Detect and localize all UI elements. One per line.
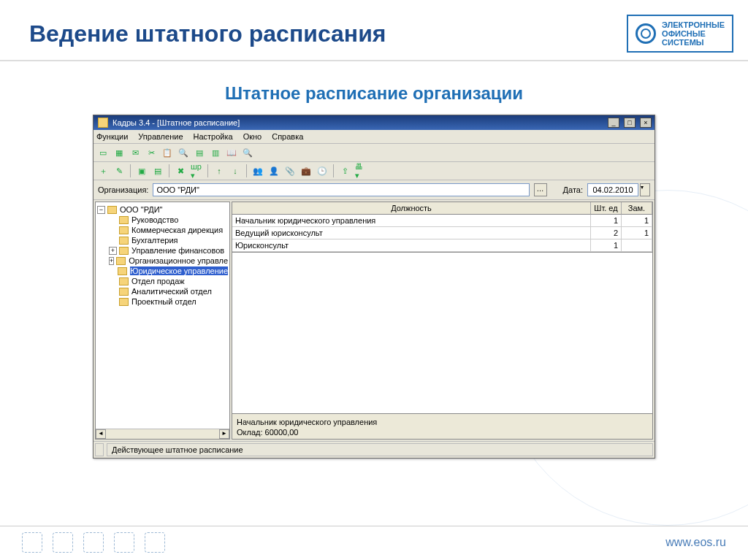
cell-units: 2 bbox=[591, 227, 622, 239]
folder-icon bbox=[107, 206, 117, 214]
slide-title: Ведение штатного расписания bbox=[29, 20, 386, 47]
date-input[interactable] bbox=[587, 183, 638, 196]
tree-scrollbar[interactable]: ◄ ► bbox=[96, 429, 229, 439]
scroll-left-icon[interactable]: ◄ bbox=[96, 429, 106, 439]
tb2-down-icon[interactable]: ↓ bbox=[229, 164, 242, 177]
tb-icon-10[interactable]: 🔍 bbox=[241, 146, 254, 159]
tree-toggle-icon[interactable]: + bbox=[109, 247, 117, 255]
app-window: Кадры 3.4 - [Штатное расписание] _ □ × Ф… bbox=[93, 115, 655, 459]
folder-icon bbox=[119, 277, 129, 285]
tree-pane: −ООО "РДИ"РуководствоКоммерческая дирекц… bbox=[95, 202, 230, 440]
cell-position: Начальник юридического управления bbox=[232, 215, 591, 227]
tree-toggle-icon[interactable]: − bbox=[97, 206, 105, 214]
cell-units: 1 bbox=[591, 239, 622, 252]
col-header-position[interactable]: Должность bbox=[232, 202, 591, 215]
tree-node[interactable]: Организационное управле bbox=[129, 256, 228, 265]
tb2-export-icon[interactable]: ⇪ bbox=[338, 164, 351, 177]
tb2-icon-4[interactable]: ▤ bbox=[151, 164, 164, 177]
status-text: Действующее штатное расписание bbox=[107, 443, 653, 456]
org-input[interactable] bbox=[153, 183, 529, 196]
tb2-add-icon[interactable]: ＋ bbox=[96, 164, 110, 177]
tree-root[interactable]: ООО "РДИ" bbox=[120, 205, 163, 214]
menu-functions[interactable]: Функции bbox=[96, 132, 128, 141]
close-button[interactable]: × bbox=[640, 118, 652, 128]
tree-node[interactable]: Отдел продаж bbox=[131, 277, 185, 285]
tree-toggle-icon[interactable]: + bbox=[109, 257, 114, 265]
tb2-delete-icon[interactable]: ✖ bbox=[174, 164, 187, 177]
tb2-icon-3[interactable]: ▣ bbox=[135, 164, 148, 177]
tree-node[interactable]: Проектный отдел bbox=[131, 297, 196, 306]
tb-icon-7[interactable]: ▤ bbox=[193, 146, 206, 159]
folder-icon bbox=[118, 267, 127, 275]
tb-icon-9[interactable]: 📖 bbox=[225, 146, 238, 159]
table-row[interactable]: Ведущий юрисконсульт21 bbox=[232, 227, 652, 239]
tb2-up-icon[interactable]: ↑ bbox=[213, 164, 226, 177]
detail-pane: Начальник юридического управления Оклад:… bbox=[232, 414, 653, 440]
statusbar: Действующее штатное расписание bbox=[94, 441, 654, 458]
folder-icon bbox=[119, 288, 129, 296]
tb2-attach-icon[interactable]: 📎 bbox=[283, 164, 297, 177]
tb2-clock-icon[interactable]: 🕒 bbox=[316, 164, 329, 177]
tb-icon-5[interactable]: 📋 bbox=[161, 146, 174, 159]
footer-icon-5 bbox=[145, 532, 165, 553]
toolbar-primary: ▭ ▦ ✉ ✂ 📋 🔍 ▤ ▥ 📖 🔍 bbox=[94, 144, 654, 162]
tb-icon-4[interactable]: ✂ bbox=[145, 146, 158, 159]
table-row[interactable]: Юрисконсульт1 bbox=[232, 239, 652, 252]
date-label: Дата: bbox=[563, 185, 583, 194]
tb-icon-2[interactable]: ▦ bbox=[112, 146, 126, 159]
tree-node[interactable]: Руководство bbox=[131, 215, 178, 224]
menu-settings[interactable]: Настройка bbox=[194, 132, 233, 141]
table-row[interactable]: Начальник юридического управления11 bbox=[232, 215, 652, 227]
window-title: Кадры 3.4 - [Штатное расписание] bbox=[112, 118, 240, 127]
tb2-edit-icon[interactable]: ✎ bbox=[112, 164, 126, 177]
folder-icon bbox=[116, 257, 126, 265]
tree-node[interactable]: Коммерческая дирекция bbox=[131, 226, 223, 234]
menu-help[interactable]: Справка bbox=[272, 132, 303, 141]
tree-node[interactable]: Юридическое управление bbox=[130, 266, 228, 275]
col-header-units[interactable]: Шт. ед bbox=[591, 202, 622, 215]
app-icon bbox=[98, 118, 108, 128]
tb2-users-icon[interactable]: 👥 bbox=[251, 164, 264, 177]
footer-icon-1 bbox=[22, 532, 42, 553]
restore-button[interactable]: □ bbox=[624, 118, 636, 128]
folder-icon bbox=[119, 298, 129, 306]
folder-icon bbox=[119, 216, 129, 224]
brand-line1: ЭЛЕКТРОННЫЕ bbox=[662, 20, 725, 29]
tree-node[interactable]: Аналитический отдел bbox=[131, 287, 212, 296]
tb-icon-8[interactable]: ▥ bbox=[209, 146, 222, 159]
brand-line3: СИСТЕМЫ bbox=[662, 38, 725, 47]
slide-subtitle: Штатное расписание организации bbox=[0, 83, 748, 104]
folder-icon bbox=[119, 226, 129, 234]
tree-node[interactable]: Управление финансовов bbox=[131, 246, 224, 255]
footer-icon-2 bbox=[53, 532, 73, 553]
brand-logo-icon bbox=[636, 23, 656, 44]
detail-position: Начальник юридического управления bbox=[237, 417, 648, 427]
brand-line2: ОФИСНЫЕ bbox=[662, 29, 725, 38]
positions-grid: Должность Шт. ед Зам. Начальник юридичес… bbox=[232, 202, 653, 253]
footer-icons bbox=[22, 532, 165, 553]
org-label: Организация: bbox=[98, 185, 148, 194]
minimize-button[interactable]: _ bbox=[608, 118, 619, 128]
date-dropdown-button[interactable]: ▾ bbox=[640, 183, 650, 196]
tb-icon-1[interactable]: ▭ bbox=[96, 146, 110, 159]
tb2-icon-6[interactable]: шр ▾ bbox=[190, 164, 203, 177]
titlebar[interactable]: Кадры 3.4 - [Штатное расписание] _ □ × bbox=[94, 115, 654, 130]
tb2-icon-10[interactable]: 👤 bbox=[267, 164, 280, 177]
scroll-right-icon[interactable]: ► bbox=[219, 429, 229, 439]
tb-icon-3[interactable]: ✉ bbox=[129, 146, 142, 159]
col-header-subst[interactable]: Зам. bbox=[622, 202, 652, 215]
tb2-briefcase-icon[interactable]: 💼 bbox=[299, 164, 313, 177]
menu-window[interactable]: Окно bbox=[243, 132, 262, 141]
cell-subst bbox=[622, 239, 652, 252]
org-lookup-button[interactable]: … bbox=[534, 183, 547, 196]
menubar: Функции Управление Настройка Окно Справк… bbox=[94, 130, 654, 144]
tb2-print-icon[interactable]: 🖶 ▾ bbox=[354, 164, 367, 177]
tree-node[interactable]: Бухгалтерия bbox=[131, 236, 178, 245]
cell-subst: 1 bbox=[622, 215, 652, 227]
menu-control[interactable]: Управление bbox=[138, 132, 183, 141]
salary-label: Оклад: bbox=[237, 428, 263, 437]
footer-icon-4 bbox=[114, 532, 134, 553]
brand-logo-block: ЭЛЕКТРОННЫЕ ОФИСНЫЕ СИСТЕМЫ bbox=[627, 15, 733, 53]
tb-search-icon[interactable]: 🔍 bbox=[177, 146, 190, 159]
toolbar-secondary: ＋ ✎ ▣ ▤ ✖ шр ▾ ↑ ↓ 👥 👤 📎 💼 🕒 ⇪ 🖶 ▾ bbox=[94, 162, 654, 180]
